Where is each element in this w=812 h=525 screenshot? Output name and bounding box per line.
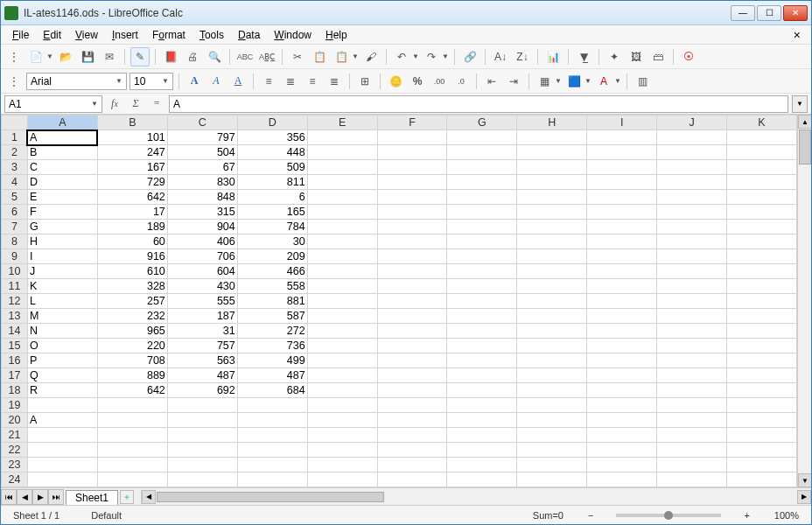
handle-icon[interactable]: ⋮	[4, 72, 24, 91]
row-header-4[interactable]: 4	[2, 175, 28, 190]
cell-B10[interactable]: 610	[97, 264, 167, 279]
cell-K9[interactable]	[727, 249, 797, 264]
cell-A24[interactable]	[27, 472, 97, 487]
cell-F7[interactable]	[377, 220, 447, 234]
cell-J17[interactable]	[657, 368, 727, 383]
cell-K7[interactable]	[727, 220, 797, 234]
cell-E6[interactable]	[307, 205, 377, 220]
cell-D20[interactable]	[237, 413, 307, 428]
cell-C1[interactable]: 797	[167, 130, 237, 145]
add-sheet-button[interactable]: ＋	[120, 490, 134, 504]
decrease-indent-button[interactable]: ⇤	[482, 72, 501, 91]
cell-D2[interactable]: 448	[237, 145, 307, 160]
row-header-5[interactable]: 5	[2, 190, 28, 205]
paste-button[interactable]: 📋	[332, 47, 351, 66]
cell-J9[interactable]	[657, 249, 727, 264]
cell-A16[interactable]: P	[27, 354, 97, 368]
fontcolor-dropdown[interactable]: ▼	[614, 77, 621, 85]
cell-K3[interactable]	[727, 160, 797, 175]
autospell-button[interactable]: AB̲C̲	[257, 47, 276, 66]
cell-G7[interactable]	[447, 220, 517, 234]
scroll-down-button[interactable]: ▼	[798, 473, 811, 487]
cell-J2[interactable]	[657, 145, 727, 160]
cell-J1[interactable]	[657, 130, 727, 145]
cell-E20[interactable]	[307, 413, 377, 428]
row-header-17[interactable]: 17	[2, 368, 28, 383]
cell-B18[interactable]: 642	[97, 383, 167, 398]
email-button[interactable]: ✉	[100, 47, 119, 66]
cell-F20[interactable]	[377, 413, 447, 428]
cell-J19[interactable]	[657, 398, 727, 413]
cell-E14[interactable]	[307, 324, 377, 339]
menu-edit[interactable]: Edit	[37, 27, 67, 43]
handle-icon[interactable]: ⋮	[4, 47, 24, 66]
row-header-16[interactable]: 16	[2, 354, 28, 368]
cell-H1[interactable]	[517, 130, 587, 145]
row-header-10[interactable]: 10	[2, 264, 28, 279]
cell-J15[interactable]	[657, 339, 727, 354]
column-header-E[interactable]: E	[307, 116, 377, 130]
cell-H6[interactable]	[517, 205, 587, 220]
undo-button[interactable]: ↶	[392, 47, 411, 66]
cell-J5[interactable]	[657, 190, 727, 205]
cell-K18[interactable]	[727, 383, 797, 398]
cell-E16[interactable]	[307, 354, 377, 368]
cell-K23[interactable]	[727, 458, 797, 472]
row-header-2[interactable]: 2	[2, 145, 28, 160]
cell-J4[interactable]	[657, 175, 727, 190]
percent-button[interactable]: %	[408, 72, 427, 91]
row-header-19[interactable]: 19	[2, 398, 28, 413]
cell-H7[interactable]	[517, 220, 587, 234]
cell-I3[interactable]	[587, 160, 657, 175]
cell-J22[interactable]	[657, 443, 727, 458]
cell-F6[interactable]	[377, 205, 447, 220]
menu-help[interactable]: Help	[319, 27, 354, 43]
cell-J12[interactable]	[657, 294, 727, 309]
borders-button[interactable]: ▦	[535, 72, 554, 91]
cell-K6[interactable]	[727, 205, 797, 220]
cell-D5[interactable]: 6	[237, 190, 307, 205]
font-size-select[interactable]: 10 ▼	[130, 73, 173, 90]
cell-H23[interactable]	[517, 458, 587, 472]
menu-window[interactable]: Window	[268, 27, 318, 43]
cell-J13[interactable]	[657, 309, 727, 324]
menu-file[interactable]: File	[6, 27, 35, 43]
cell-F12[interactable]	[377, 294, 447, 309]
cell-H18[interactable]	[517, 383, 587, 398]
italic-button[interactable]: A	[206, 72, 226, 91]
cell-H14[interactable]	[517, 324, 587, 339]
cell-C8[interactable]: 406	[167, 234, 237, 249]
name-box[interactable]: A1 ▼	[4, 95, 102, 113]
cell-D22[interactable]	[237, 443, 307, 458]
cell-K10[interactable]	[727, 264, 797, 279]
column-header-I[interactable]: I	[587, 116, 657, 130]
cell-K2[interactable]	[727, 145, 797, 160]
cell-K5[interactable]	[727, 190, 797, 205]
column-header-G[interactable]: G	[447, 116, 517, 130]
cell-K22[interactable]	[727, 443, 797, 458]
remove-decimal-button[interactable]: .0	[452, 72, 471, 91]
cell-E2[interactable]	[307, 145, 377, 160]
cell-H9[interactable]	[517, 249, 587, 264]
bgcolor-dropdown[interactable]: ▼	[584, 77, 592, 85]
cell-D15[interactable]: 736	[237, 339, 307, 354]
cell-I20[interactable]	[587, 413, 657, 428]
row-header-9[interactable]: 9	[2, 249, 28, 264]
cell-C18[interactable]: 692	[167, 383, 237, 398]
tab-prev-button[interactable]: ◀	[17, 489, 32, 505]
cell-J24[interactable]	[657, 472, 727, 487]
cell-I6[interactable]	[587, 205, 657, 220]
cell-J23[interactable]	[657, 458, 727, 472]
merge-cells-button[interactable]: ⊞	[355, 72, 374, 91]
align-left-button[interactable]: ≡	[259, 72, 278, 91]
datasources-button[interactable]: 🗃	[648, 47, 668, 66]
cell-F24[interactable]	[377, 472, 447, 487]
cell-D3[interactable]: 509	[237, 160, 307, 175]
cell-D13[interactable]: 587	[237, 309, 307, 324]
cell-B24[interactable]	[97, 472, 167, 487]
cell-H12[interactable]	[517, 294, 587, 309]
cell-B20[interactable]	[97, 413, 167, 428]
row-header-22[interactable]: 22	[2, 443, 28, 458]
scroll-thumb[interactable]	[799, 130, 811, 164]
cell-B17[interactable]: 889	[97, 368, 167, 383]
